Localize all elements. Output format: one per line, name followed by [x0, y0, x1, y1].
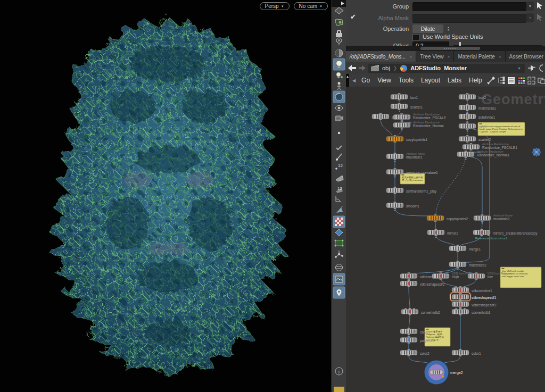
menu-tools[interactable]: Tools [395, 77, 417, 84]
node-matchsize1[interactable]: matchsize1 [459, 104, 496, 113]
edit-points-icon[interactable] [336, 154, 342, 161]
operation-select[interactable]: Dilate [412, 24, 443, 33]
breadcrumb-obj[interactable]: obj [382, 65, 390, 71]
normals-icon[interactable] [336, 206, 343, 213]
node-convertvdb1[interactable]: convertvdb1 [452, 308, 491, 315]
menu-labs[interactable]: Labs [444, 77, 465, 84]
network-box-badge-icon[interactable] [532, 148, 541, 156]
layout-grid-icon[interactable] [527, 77, 535, 85]
view-mask-icon[interactable] [335, 106, 343, 111]
node-vdbreshapesdf3[interactable]: vdbreshapesdf3 [452, 301, 497, 307]
info-icon[interactable]: i [335, 368, 343, 375]
menu-layout[interactable]: Layout [417, 77, 444, 84]
rig-joints-icon[interactable] [335, 251, 343, 257]
node-copytopoints1[interactable]: copytopoints1 [386, 135, 427, 142]
spin-down-icon[interactable]: ▼ [447, 29, 450, 31]
forward-button[interactable] [359, 65, 366, 71]
node-mirror1[interactable]: mirror1 [427, 229, 458, 238]
node-color2[interactable]: color2 [400, 349, 430, 356]
node-smooth1[interactable]: smooth1 [386, 202, 419, 211]
select-icon[interactable] [335, 19, 343, 26]
close-icon[interactable]: × [499, 54, 501, 59]
alpha-mask-dropdown-icon[interactable]: ▼ [526, 13, 534, 22]
breadcrumb-current-node[interactable]: ADFStudio_Monster [410, 65, 514, 71]
scrollbar-thumb[interactable] [420, 47, 480, 50]
back-button[interactable] [348, 65, 356, 71]
offset-input[interactable]: 0.2 [412, 41, 449, 46]
node-mountain2[interactable]: Attribute Noisemountain2 [474, 214, 513, 224]
menu-scroll-arrow-icon[interactable]: ◀ [349, 78, 358, 83]
parameters-list-icon[interactable] [507, 77, 515, 85]
background-image-icon[interactable] [335, 276, 343, 282]
scene-viewport[interactable]: Persp ▼ No cam ▼ [0, 0, 331, 392]
menu-help[interactable]: Help [465, 77, 486, 84]
show-handles-icon[interactable] [335, 7, 343, 14]
uv-overlay-icon[interactable] [335, 229, 343, 236]
hidden-partial-icon[interactable] [334, 387, 344, 392]
uv-checker-icon[interactable] [335, 218, 343, 226]
offset-slider-handle[interactable] [459, 42, 461, 46]
secure-selection-icon[interactable] [336, 38, 342, 45]
primitive-numbers-icon[interactable]: 12 [336, 186, 343, 193]
world-space-checkbox[interactable] [412, 34, 419, 41]
node-softtransform1_play[interactable]: softtransform1_play [386, 187, 437, 194]
path-field[interactable]: obj ❯ ADFStudio_Monster ▼ [368, 64, 525, 73]
node-color1[interactable]: color1 [452, 349, 481, 356]
sticky-note[interactable]: 有关的基础上原如图：串: 凸 (弧) curvature [400, 173, 425, 184]
primitives-select-icon[interactable] [336, 176, 343, 181]
menu-view[interactable]: View [374, 77, 395, 84]
node-convertvdb2[interactable]: convertvdb2 [401, 308, 440, 315]
group-input[interactable] [412, 2, 526, 11]
node-box2[interactable]: box2 [459, 93, 486, 100]
tools-wrench-icon[interactable] [487, 76, 496, 85]
color-palette-icon[interactable] [517, 77, 525, 85]
node-Randomize_Normal1[interactable]: Attribute RandomizeRandomize_Normal1 [457, 150, 509, 160]
tab-material-palette[interactable]: Material Palette × [454, 51, 505, 62]
node-vdbreshapesdf1[interactable]: vdbreshapesdf1 [450, 293, 497, 302]
network-editor[interactable]: Geometry Referenced from mirror1■有关的基础上原… [346, 87, 545, 392]
point-numbers-icon[interactable]: 12 [335, 163, 343, 170]
lens-icon[interactable] [336, 264, 343, 271]
operation-spinner[interactable]: ▲ ▼ [445, 24, 452, 33]
tab-tree-view[interactable]: Tree View × [416, 51, 454, 62]
group-dropdown-icon[interactable]: ▼ [526, 2, 534, 11]
tab-network-obj-adfstudio-monster[interactable]: /obj/ADFStudio_Mons... × [346, 51, 416, 62]
walkthrough-icon[interactable] [337, 82, 341, 90]
panes-layout-icon[interactable] [538, 77, 545, 85]
material-preview-icon[interactable] [335, 93, 343, 101]
node-subdivide1[interactable]: subdivide1 [459, 113, 495, 122]
vertices-select-icon[interactable] [336, 146, 342, 149]
menu-go[interactable]: Go [358, 77, 374, 84]
node-mountain1[interactable]: Attribute Noisemountain1 [386, 152, 425, 162]
render-view-icon[interactable] [335, 116, 343, 121]
node-scatter1[interactable]: scatter1 [391, 103, 423, 110]
node-copytopoints2[interactable]: copytopoints2 [427, 214, 468, 221]
alpha-mask-select-arrow-icon[interactable] [536, 13, 543, 21]
node-vdbreshapesdf2[interactable]: vdbreshapesdf2 [400, 280, 445, 287]
camera-persp-button[interactable]: Persp ▼ [260, 2, 290, 10]
points-select-icon[interactable] [338, 132, 340, 134]
node-Randomize_Normal[interactable]: Attribute RandomizeRandomize_Normal [393, 121, 444, 131]
pin-pane-icon[interactable] [527, 64, 536, 72]
node-sphere1[interactable]: sphere1 [372, 113, 404, 120]
node-box1[interactable]: box1 [391, 93, 418, 100]
horizontal-scrollbar[interactable] [346, 46, 545, 51]
uv-boundary-icon[interactable] [335, 240, 344, 247]
close-icon[interactable]: × [448, 54, 450, 59]
camera-select-button[interactable]: No cam ▼ [294, 2, 328, 10]
profiles-icon[interactable] [336, 196, 341, 202]
close-icon[interactable]: × [410, 54, 412, 59]
node-merge2-output[interactable]: merge2 [425, 361, 463, 385]
sticky-note[interactable]: Use VDB with smallervoxel size to cut in… [500, 267, 541, 288]
headlight-icon[interactable] [336, 72, 343, 78]
tab-asset-browser[interactable]: Asset Browser × [506, 51, 545, 62]
node-merge1[interactable]: merge1 [449, 245, 481, 252]
linked-pane-icon[interactable] [539, 64, 543, 72]
path-dropdown-icon[interactable]: ▼ [517, 66, 522, 70]
view-pivot-icon[interactable] [335, 49, 343, 57]
node-scatter2[interactable]: scatter2 [459, 135, 491, 142]
group-select-arrow-icon[interactable] [536, 2, 543, 9]
network-tree-icon[interactable] [498, 77, 505, 85]
alpha-mask-input[interactable] [412, 14, 526, 23]
lock-icon[interactable] [336, 30, 342, 37]
